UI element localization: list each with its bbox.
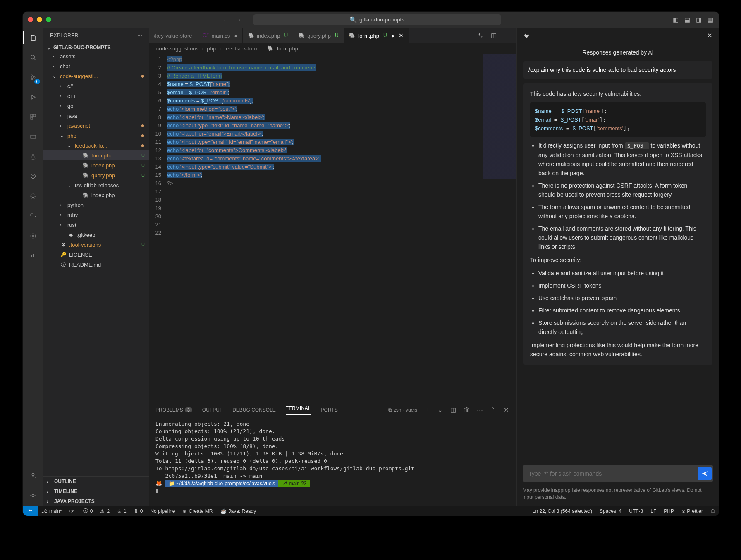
split-terminal-icon[interactable]: ◫ (449, 406, 457, 414)
kill-terminal-icon[interactable]: 🗑 (463, 406, 470, 414)
breadcrumb[interactable]: code-suggestions›php›feedback-form›🐘form… (149, 43, 516, 54)
terminal-shell-icon[interactable]: ⧉ zsh - vuejs (388, 407, 417, 413)
close-chat-icon[interactable]: ✕ (706, 32, 713, 39)
close-window[interactable] (28, 17, 33, 22)
layout-panel-icon[interactable]: ⬓ (684, 16, 691, 24)
notifications-icon[interactable] (707, 509, 719, 514)
tab-query-php[interactable]: 🐘query.phpU (293, 28, 344, 43)
new-terminal-icon[interactable]: ＋ (423, 406, 430, 414)
folder-ruby[interactable]: ›ruby (43, 210, 149, 220)
tab-form-php[interactable]: 🐘form.phpU●✕ (344, 28, 409, 43)
layout-sidebar-left-icon[interactable]: ◧ (672, 16, 679, 24)
status-main-[interactable]: ⎇main* (38, 508, 66, 515)
status-2[interactable]: ⚠2 (96, 508, 113, 515)
file--gitkeep[interactable]: ◆.gitkeep (43, 230, 149, 240)
folder-java[interactable]: ›java (43, 111, 149, 121)
panel-tab-output[interactable]: OUTPUT (202, 407, 222, 413)
status-utf-8[interactable]: UTF-8 (625, 508, 647, 514)
gitlens-activity[interactable] (28, 191, 38, 202)
tab-index-php[interactable]: 🐘index.phpU (243, 28, 293, 43)
dropdown-icon[interactable]: ⌄ (436, 406, 444, 414)
nav-back-icon[interactable]: ← (222, 16, 230, 24)
folder-section[interactable]: ⌄GITLAB-DUO-PROMPTS (43, 43, 149, 51)
folder-python[interactable]: ›python (43, 200, 149, 210)
split-editor-icon[interactable]: ◫ (490, 32, 497, 39)
folder-chat[interactable]: ›chat (43, 61, 149, 71)
remote-activity[interactable] (28, 131, 38, 142)
folder-feedback-fo-[interactable]: ⌄feedback-fo...● (43, 141, 149, 150)
file-LICENSE[interactable]: 🔑LICENSE (43, 250, 149, 260)
explorer-activity[interactable] (28, 32, 38, 43)
search-activity[interactable] (28, 52, 38, 63)
status-ln-22-col-3-564-selected-[interactable]: Ln 22, Col 3 (564 selected) (529, 508, 596, 514)
status-sync[interactable]: ⟳ (66, 508, 79, 515)
file--tool-versions[interactable]: ⚙.tool-versionsU (43, 240, 149, 250)
tag-activity[interactable] (28, 211, 38, 222)
file-query-php[interactable]: 🐘query.phpU (43, 170, 149, 180)
send-button[interactable] (698, 467, 712, 480)
status-0[interactable]: ⇅0 (130, 508, 147, 515)
folder-code-suggesti-[interactable]: ⌄code-suggesti...● (43, 71, 149, 81)
file-form-php[interactable]: 🐘form.phpU (43, 150, 149, 160)
folder-assets[interactable]: ›assets (43, 51, 149, 61)
file-index-php[interactable]: 🐘index.phpU (43, 160, 149, 170)
more-tab-icon[interactable]: ⋯ (503, 32, 511, 39)
maximize-panel-icon[interactable]: ˄ (489, 406, 497, 414)
tab-main-cs[interactable]: C#main.cs● (197, 28, 243, 43)
breadcrumb-item[interactable]: form.php (277, 45, 298, 52)
folder-go[interactable]: ›go (43, 101, 149, 111)
folder-javascript[interactable]: ›javascript● (43, 121, 149, 131)
folder-c-[interactable]: ›c# (43, 81, 149, 91)
extensions-activity[interactable] (28, 112, 38, 122)
nav-forward-icon[interactable]: → (235, 16, 242, 24)
status-create-mr[interactable]: ⊕Create MR (179, 508, 216, 515)
chat-scroll[interactable]: Responses generated by AI /explain why t… (517, 43, 719, 461)
layout-customize-icon[interactable]: ▦ (707, 16, 714, 24)
explorer-more-icon[interactable]: ⋯ (137, 33, 142, 38)
close-tab-icon[interactable]: ✕ (399, 32, 404, 39)
close-panel-icon[interactable]: ✕ (502, 406, 510, 414)
diff-icon[interactable] (477, 32, 484, 39)
file-README-md[interactable]: ⓘREADME.md (43, 260, 149, 269)
status-spaces-4[interactable]: Spaces: 4 (596, 508, 625, 514)
panel-tab-ports[interactable]: PORTS (321, 407, 338, 413)
status-0[interactable]: ⓧ0 (79, 508, 97, 515)
terminal-body[interactable]: Enumerating objects: 21, done. Counting … (149, 417, 516, 506)
status-no-pipeline[interactable]: No pipeline (146, 508, 179, 515)
chat-input-field[interactable] (528, 470, 698, 477)
folder-rss-gitlab-releases[interactable]: ⌄rss-gitlab-releases (43, 180, 149, 190)
section-java-projects[interactable]: ›JAVA PROJECTS (43, 496, 149, 506)
folder-php[interactable]: ⌄php● (43, 131, 149, 141)
status-java-ready[interactable]: ☕Java: Ready (217, 508, 260, 515)
gitlab-activity[interactable] (28, 171, 38, 182)
section-timeline[interactable]: ›TIMELINE (43, 486, 149, 496)
docker-activity[interactable] (28, 250, 38, 261)
folder-c-[interactable]: ›c++ (43, 91, 149, 101)
settings-activity[interactable] (28, 490, 38, 501)
minimap[interactable] (483, 54, 516, 403)
breadcrumb-item[interactable]: php (207, 45, 216, 52)
remote-indicator[interactable] (23, 506, 38, 516)
testing-activity[interactable] (28, 151, 38, 162)
command-center[interactable]: 🔍 gitlab-duo-prompts (253, 14, 501, 25)
panel-tab-debug-console[interactable]: DEBUG CONSOLE (232, 407, 276, 413)
target-activity[interactable] (28, 231, 38, 241)
file-index-php[interactable]: 🐘index.php (43, 190, 149, 200)
status-php[interactable]: PHP (660, 508, 678, 514)
tab--key-value-store[interactable]: /key-value-store (149, 28, 197, 43)
section-outline[interactable]: ›OUTLINE (43, 476, 149, 486)
run-debug-activity[interactable] (28, 92, 38, 102)
breadcrumb-item[interactable]: feedback-form (224, 45, 258, 52)
breadcrumb-item[interactable]: code-suggestions (156, 45, 198, 52)
status--prettier[interactable]: ⊘ Prettier (678, 508, 707, 514)
code-content[interactable]: <?php// Create a feedback form for user … (167, 54, 483, 403)
accounts-activity[interactable] (28, 470, 38, 481)
status-lf[interactable]: LF (647, 508, 660, 514)
folder-rust[interactable]: ›rust (43, 220, 149, 230)
code-editor[interactable]: 12345678910111213141516171819202122 <?ph… (149, 54, 516, 403)
panel-tab-problems[interactable]: PROBLEMS3 (155, 407, 192, 413)
source-control-activity[interactable]: 6 (28, 72, 38, 83)
maximize-window[interactable] (46, 17, 51, 22)
panel-tab-terminal[interactable]: TERMINAL (286, 405, 311, 415)
layout-sidebar-right-icon[interactable]: ◨ (695, 16, 703, 24)
